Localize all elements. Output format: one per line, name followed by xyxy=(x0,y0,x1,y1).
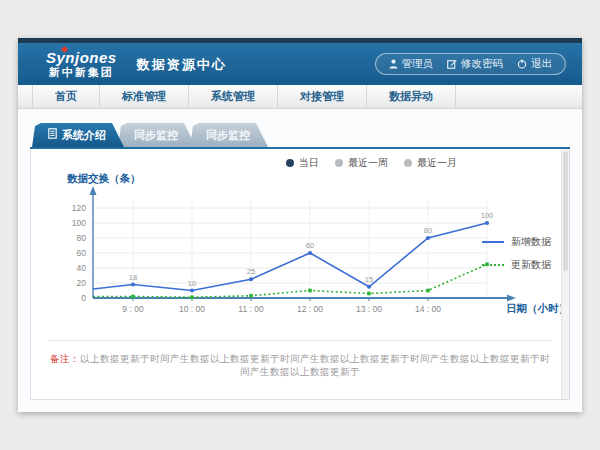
app-header: Synjones 新中新集团 数据资源中心 管理员 修改密码 退出 xyxy=(18,43,582,85)
time-range-filter: 当日 最近一周 最近一月 xyxy=(286,156,457,170)
brand-name: Synjones xyxy=(46,50,117,65)
nav-item-home[interactable]: 首页 xyxy=(32,85,100,108)
edit-icon xyxy=(447,59,457,69)
svg-text:40: 40 xyxy=(77,263,87,273)
window-card: Synjones 新中新集团 数据资源中心 管理员 修改密码 退出 首页 标准管… xyxy=(18,38,582,412)
nav-item-interface-mgmt[interactable]: 对接管理 xyxy=(278,85,367,108)
svg-text:100: 100 xyxy=(72,218,86,228)
change-password-button[interactable]: 修改密码 xyxy=(447,57,503,71)
svg-text:15: 15 xyxy=(365,275,373,284)
svg-text:9 : 00: 9 : 00 xyxy=(122,304,144,314)
nav-item-data-change[interactable]: 数据异动 xyxy=(367,85,456,108)
scrollbar-thumb[interactable] xyxy=(563,151,568,271)
radio-today[interactable]: 当日 xyxy=(286,156,319,170)
content-panel: 当日 最近一周 最近一月 0204060801001209 : 0010 : 0… xyxy=(30,149,570,400)
nav-item-standard-mgmt[interactable]: 标准管理 xyxy=(100,85,189,108)
svg-text:10: 10 xyxy=(188,279,196,288)
svg-text:12 : 00: 12 : 00 xyxy=(297,304,323,314)
user-menu: 管理员 修改密码 退出 xyxy=(375,53,567,75)
brand-logo: Synjones 新中新集团 xyxy=(46,50,117,78)
radio-selected-icon xyxy=(286,159,294,167)
document-icon xyxy=(48,123,57,147)
brand-subtitle: 新中新集团 xyxy=(46,67,117,78)
svg-text:80: 80 xyxy=(424,226,432,235)
svg-text:25: 25 xyxy=(247,267,255,276)
radio-unselected-icon xyxy=(404,159,412,167)
solid-line-swatch-icon xyxy=(482,241,504,243)
person-icon xyxy=(389,59,398,69)
panel-scrollbar[interactable] xyxy=(561,149,569,399)
radio-last-month[interactable]: 最近一月 xyxy=(404,156,457,170)
svg-text:100: 100 xyxy=(481,211,494,220)
svg-text:13 : 00: 13 : 00 xyxy=(356,304,382,314)
svg-text:14 : 00: 14 : 00 xyxy=(415,304,441,314)
tab-sync-monitor-2[interactable]: 同步监控 xyxy=(190,123,268,147)
footnote-prefix: 备注： xyxy=(50,353,80,364)
footnote-text: 以上数据更新于时间产生数据以上数据更新于时间产生数据以上数据更新于时间产生数据以… xyxy=(80,353,550,377)
legend-item-updated-data: 更新数据 xyxy=(482,258,551,272)
tab-bar: 系统介绍 同步监控 同步监控 xyxy=(30,123,570,149)
page-title: 数据资源中心 xyxy=(137,54,227,74)
svg-text:120: 120 xyxy=(72,203,86,213)
svg-text:60: 60 xyxy=(306,241,314,250)
svg-text:10 : 00: 10 : 00 xyxy=(179,304,205,314)
radio-unselected-icon xyxy=(335,159,343,167)
chart-legend: 新增数据 更新数据 xyxy=(482,235,551,272)
nav-item-system-mgmt[interactable]: 系统管理 xyxy=(189,85,278,108)
svg-text:11 : 00: 11 : 00 xyxy=(238,304,264,314)
legend-item-new-data: 新增数据 xyxy=(482,235,551,249)
power-icon xyxy=(517,59,527,69)
logout-button[interactable]: 退出 xyxy=(517,57,552,71)
radio-last-week[interactable]: 最近一周 xyxy=(335,156,388,170)
svg-text:日期（小时）: 日期（小时） xyxy=(506,302,569,315)
footnote: 备注：以上数据更新于时间产生数据以上数据更新于时间产生数据以上数据更新于时间产生… xyxy=(49,340,551,379)
svg-text:80: 80 xyxy=(77,233,87,243)
svg-text:20: 20 xyxy=(77,278,87,288)
tab-system-intro[interactable]: 系统介绍 xyxy=(32,123,124,147)
user-button[interactable]: 管理员 xyxy=(389,57,434,71)
dotted-line-swatch-icon xyxy=(482,264,504,266)
svg-text:18: 18 xyxy=(129,273,137,282)
main-nav: 首页 标准管理 系统管理 对接管理 数据异动 xyxy=(18,85,582,109)
svg-text:数据交换（条）: 数据交换（条） xyxy=(66,172,141,185)
svg-text:60: 60 xyxy=(77,248,87,258)
tab-sync-monitor-1[interactable]: 同步监控 xyxy=(118,123,196,147)
svg-text:0: 0 xyxy=(81,293,86,303)
